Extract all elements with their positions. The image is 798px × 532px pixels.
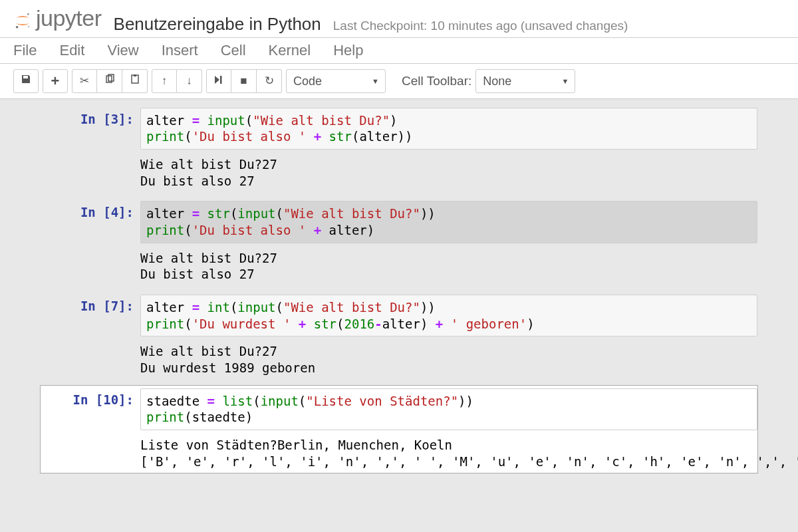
- code-input[interactable]: alter = str(input("Wie alt bist Du?")) p…: [140, 201, 757, 243]
- arrow-up-icon: ↑: [162, 74, 168, 88]
- stop-button[interactable]: ■: [231, 69, 257, 93]
- code-input[interactable]: staedte = list(input("Liste von Städten?…: [140, 388, 757, 430]
- svg-rect-6: [134, 74, 136, 76]
- notebook-area: In [3]:alter = input("Wie alt bist Du?")…: [0, 99, 798, 492]
- copy-icon: [104, 74, 115, 88]
- run-icon: [214, 74, 223, 88]
- header-bar: jupyter Benutzereingabe in Python Last C…: [0, 0, 798, 38]
- cell-type-select[interactable]: Code: [286, 69, 386, 93]
- checkpoint-text: Last Checkpoint: 10 minutes ago (unsaved…: [333, 19, 628, 33]
- cell[interactable]: In [10]:staedte = list(input("Liste von …: [40, 385, 758, 473]
- cut-icon: ✂: [80, 74, 89, 88]
- move-down-button[interactable]: ↓: [177, 69, 202, 93]
- copy-button[interactable]: [97, 69, 122, 93]
- code-input[interactable]: alter = int(input("Wie alt bist Du?")) p…: [140, 295, 757, 336]
- output-prompt: [41, 250, 140, 283]
- cell-output: Wie alt bist Du?27 Du bist also 27: [140, 250, 757, 283]
- svg-point-2: [28, 25, 30, 27]
- menubar: FileEditViewInsertCellKernelHelp: [0, 38, 798, 64]
- jupyter-logo[interactable]: jupyter: [13, 5, 102, 31]
- menu-help[interactable]: Help: [333, 42, 363, 59]
- menu-edit[interactable]: Edit: [59, 42, 84, 59]
- restart-button[interactable]: ↻: [257, 69, 282, 93]
- add-cell-button[interactable]: +: [43, 69, 68, 93]
- menu-cell[interactable]: Cell: [221, 42, 246, 59]
- plus-icon: +: [51, 72, 60, 90]
- arrow-down-icon: ↓: [186, 74, 192, 88]
- cell-output: Liste von Städten?Berlin, Muenchen, Koel…: [140, 437, 798, 469]
- cell[interactable]: In [7]:alter = int(input("Wie alt bist D…: [40, 291, 758, 380]
- output-prompt: [41, 156, 140, 189]
- cell-toolbar-label: Cell Toolbar:: [402, 74, 471, 88]
- code-input[interactable]: alter = input("Wie alt bist Du?") print(…: [140, 108, 757, 150]
- cell[interactable]: In [3]:alter = input("Wie alt bist Du?")…: [40, 104, 758, 193]
- restart-icon: ↻: [265, 74, 274, 88]
- svg-marker-8: [215, 76, 219, 84]
- input-prompt: In [7]:: [41, 295, 140, 336]
- toolbar: + ✂ ↑ ↓ ■ ↻ Code Cell Toolbar: None: [0, 64, 798, 99]
- menu-file[interactable]: File: [13, 42, 37, 59]
- save-icon: [21, 74, 31, 88]
- cell-toolbar-select[interactable]: None: [475, 69, 575, 93]
- output-prompt: [41, 437, 140, 469]
- move-group: ↑ ↓: [152, 69, 202, 93]
- run-button[interactable]: [206, 69, 231, 93]
- svg-point-1: [16, 25, 19, 28]
- cell-output: Wie alt bist Du?27 Du bist also 27: [140, 156, 757, 189]
- svg-point-0: [27, 13, 29, 15]
- jupyter-icon: [13, 9, 32, 28]
- menu-insert[interactable]: Insert: [162, 42, 198, 59]
- stop-icon: ■: [240, 74, 247, 88]
- input-prompt: In [4]:: [41, 201, 140, 243]
- cell-output: Wie alt bist Du?27 Du wurdest 1989 gebor…: [140, 343, 757, 376]
- paste-icon: [130, 74, 140, 88]
- input-prompt: In [3]:: [41, 108, 140, 150]
- move-up-button[interactable]: ↑: [152, 69, 177, 93]
- run-group: ■ ↻: [206, 69, 282, 93]
- notebook-title[interactable]: Benutzereingabe in Python: [114, 14, 321, 35]
- input-prompt: In [10]:: [41, 388, 140, 430]
- save-button[interactable]: [13, 69, 39, 93]
- logo-text: jupyter: [36, 5, 102, 31]
- cut-button[interactable]: ✂: [72, 69, 97, 93]
- menu-view[interactable]: View: [107, 42, 138, 59]
- paste-button[interactable]: [122, 69, 148, 93]
- menu-kernel[interactable]: Kernel: [269, 42, 311, 59]
- output-prompt: [41, 343, 140, 376]
- cell[interactable]: In [4]:alter = str(input("Wie alt bist D…: [40, 198, 758, 286]
- svg-rect-7: [220, 76, 222, 84]
- edit-group: ✂: [72, 69, 148, 93]
